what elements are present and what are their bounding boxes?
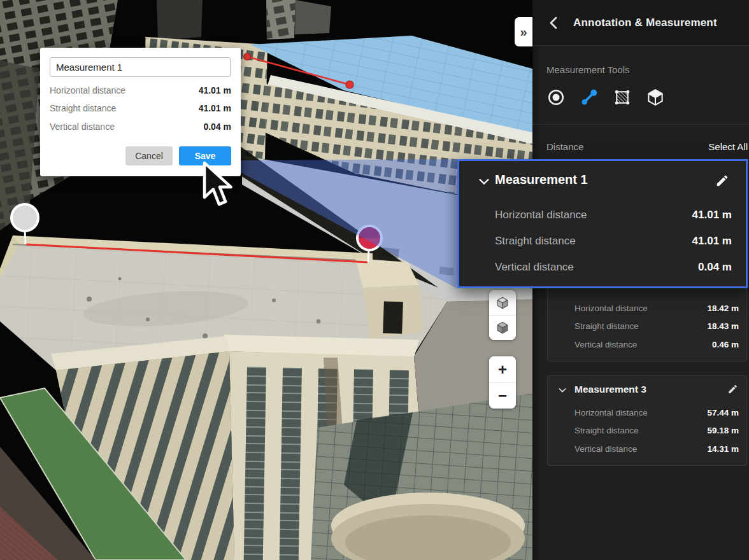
app-root: Horizontal distance 41.01 m Straight dis…	[0, 0, 749, 560]
measurement-card-3[interactable]: Measurement 3 Horizontal distance 57.44 …	[547, 375, 747, 466]
row-label: Straight distance	[495, 235, 576, 248]
save-button[interactable]: Save	[179, 146, 231, 165]
point-icon	[546, 88, 566, 107]
distance-tool-button[interactable]	[580, 88, 600, 108]
chevron-down-icon[interactable]	[477, 174, 491, 188]
chevron-down-icon[interactable]	[557, 385, 567, 395]
row-value: 41.01 m	[199, 85, 231, 95]
row-value: 14.31 m	[707, 444, 739, 454]
card-header: Measurement 1	[459, 172, 746, 191]
row-label: Straight distance	[50, 103, 116, 113]
measurement-card-1-selected[interactable]: Measurement 1 Horizontal distance 41.01 …	[457, 159, 748, 288]
measurement-row: Straight distance 59.18 m	[548, 426, 746, 438]
distance-icon	[580, 88, 599, 107]
card-header: Measurement 3	[548, 382, 746, 398]
view-mode-controls	[489, 290, 516, 340]
row-value: 0.46 m	[712, 340, 739, 349]
edit-icon[interactable]	[715, 174, 729, 188]
measurement-row: Horizontal distance 57.44 m	[548, 408, 746, 421]
cancel-button[interactable]: Cancel	[125, 146, 173, 165]
edit-icon[interactable]	[727, 384, 738, 395]
mesh-view-button[interactable]	[489, 315, 516, 340]
measurement-row: Horizontal distance 18.42 m	[548, 304, 746, 316]
row-label: Vertical distance	[495, 261, 574, 274]
row-label: Straight distance	[574, 426, 639, 435]
measurement-row: Vertical distance 0.04 m	[459, 261, 746, 276]
panel-title: Annotation & Measurement	[573, 17, 717, 29]
measurement-name: Measurement 1	[495, 172, 588, 187]
panel-header: Annotation & Measurement	[532, 0, 749, 46]
row-label: Vertical distance	[574, 444, 637, 454]
row-value: 0.04 m	[698, 261, 732, 274]
select-all-link[interactable]: Select All	[708, 141, 748, 152]
row-value: 41.01 m	[692, 235, 732, 248]
measurement-tools	[532, 88, 749, 109]
popup-row: Vertical distance 0.04 m	[50, 122, 231, 133]
row-label: Vertical distance	[574, 340, 637, 349]
row-value: 41.01 m	[692, 209, 732, 221]
zoom-controls: + −	[489, 356, 516, 409]
panel-collapse-button[interactable]: »	[515, 17, 532, 46]
chevron-left-icon	[546, 15, 562, 31]
zoom-out-button[interactable]: −	[489, 382, 516, 409]
area-tool-button[interactable]	[613, 88, 633, 108]
measurement-row: Vertical distance 14.31 m	[548, 444, 746, 457]
divider	[532, 124, 749, 125]
popup-row: Straight distance 41.01 m	[50, 103, 231, 115]
distance-section-header: Distance Select All	[532, 141, 749, 154]
row-label: Vertical distance	[50, 122, 115, 132]
measure-point[interactable]	[244, 53, 251, 60]
point-tool-button[interactable]	[546, 88, 567, 108]
model-view-button[interactable]	[489, 290, 516, 315]
row-value: 18.43 m	[707, 321, 739, 331]
cube-outline-icon	[496, 296, 510, 310]
row-label: Horizontal distance	[50, 85, 125, 95]
row-value: 59.18 m	[707, 426, 739, 435]
volume-cube-icon	[646, 88, 665, 107]
back-button[interactable]	[546, 15, 562, 31]
cube-filled-icon	[496, 321, 510, 335]
measurement-row: Vertical distance 0.46 m	[548, 340, 746, 353]
row-value: 0.04 m	[203, 122, 231, 132]
measurement-name-input[interactable]	[50, 57, 231, 77]
row-label: Straight distance	[574, 321, 639, 331]
row-value: 57.44 m	[707, 408, 739, 417]
popup-row: Horizontal distance 41.01 m	[50, 85, 231, 97]
row-value: 18.42 m	[707, 304, 739, 313]
row-label: Horizontal distance	[574, 408, 648, 417]
measure-point[interactable]	[346, 81, 353, 88]
volume-tool-button[interactable]	[646, 88, 666, 108]
area-icon	[613, 88, 632, 107]
distance-label: Distance	[546, 141, 583, 152]
measurement-row: Horizontal distance 41.01 m	[459, 209, 746, 224]
row-label: Horizontal distance	[574, 304, 648, 313]
measurement-name: Measurement 3	[574, 384, 646, 395]
tools-section-label: Measurement Tools	[546, 64, 630, 75]
measurement-row: Straight distance 41.01 m	[459, 235, 746, 250]
row-label: Horizontal distance	[495, 209, 587, 221]
zoom-in-button[interactable]: +	[489, 356, 516, 382]
measurement-row: Straight distance 18.43 m	[548, 321, 746, 334]
row-value: 41.01 m	[199, 103, 231, 113]
measurement-save-popup: Horizontal distance 41.01 m Straight dis…	[40, 48, 241, 176]
